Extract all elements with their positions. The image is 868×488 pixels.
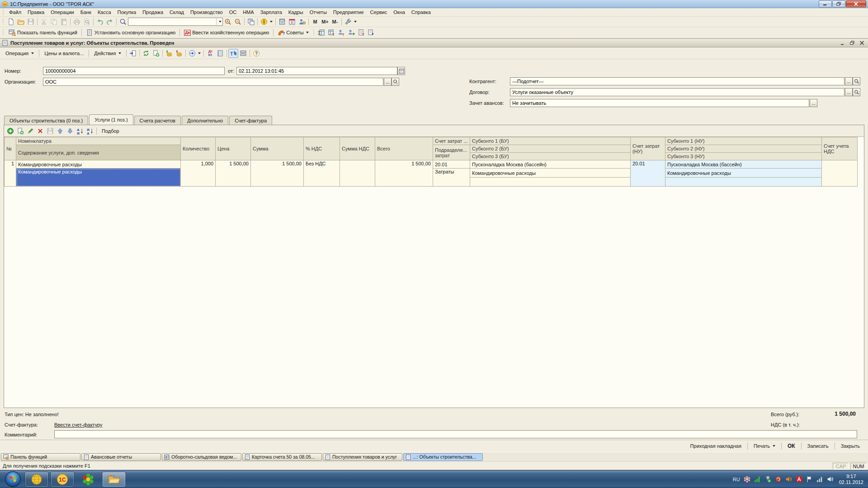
tray-flag-icon[interactable] <box>806 476 813 483</box>
tools-button[interactable] <box>343 17 358 26</box>
contract-open-button[interactable] <box>853 88 860 96</box>
menu-os[interactable]: ОС <box>226 9 240 16</box>
menu-warehouse[interactable]: Склад <box>166 9 187 16</box>
tray-usb-safely-remove-icon[interactable] <box>764 476 771 483</box>
tray-avira-icon[interactable] <box>796 476 802 483</box>
user-exchange-button[interactable] <box>346 28 356 37</box>
dtkt-button[interactable]: ДтКт <box>205 49 215 58</box>
enter-invoice-link[interactable]: Ввести счет-фактуру <box>54 421 103 429</box>
advance-offset-select-button[interactable]: ... <box>810 99 817 107</box>
edit-row-button[interactable] <box>25 127 35 136</box>
tab-settlement-accounts[interactable]: Счета расчетов <box>134 116 181 125</box>
row-total-cell[interactable]: 1 500,00 <box>375 160 433 187</box>
print-button[interactable] <box>72 17 82 26</box>
comment-input[interactable] <box>54 430 857 438</box>
row-cost-account-nu-cell[interactable]: 20.01 <box>631 160 665 187</box>
zoom-in-button[interactable] <box>223 17 233 26</box>
show-function-panel-button[interactable]: Показать панель функций <box>6 28 80 37</box>
user-report-button[interactable]: Т <box>336 28 346 37</box>
new-document-button[interactable] <box>6 17 16 26</box>
restore-button[interactable] <box>832 0 845 7</box>
document-exchange-button[interactable] <box>366 28 376 37</box>
mdi-tab-advance-reports[interactable]: Авансовые отчеты <box>81 453 161 461</box>
contract-input[interactable] <box>510 88 844 96</box>
menu-service[interactable]: Сервис <box>367 9 391 16</box>
set-main-organization-button[interactable]: Установить основную организацию <box>83 28 179 37</box>
menu-salary[interactable]: Зарплата <box>257 9 285 16</box>
tab-additional[interactable]: Дополнительно <box>182 116 228 125</box>
search-input[interactable] <box>128 19 216 24</box>
move-up-button[interactable] <box>55 127 65 136</box>
close-button[interactable] <box>846 0 866 7</box>
row-vat-pct-cell[interactable]: Без НДС <box>304 160 340 187</box>
menu-production[interactable]: Производство <box>187 9 226 16</box>
move-down-button[interactable] <box>65 127 75 136</box>
find-button[interactable] <box>118 17 128 26</box>
undo-button[interactable] <box>95 17 105 26</box>
menu-bank[interactable]: Банк <box>77 9 94 16</box>
taskbar-browser-button[interactable] <box>25 472 48 487</box>
menu-help[interactable]: Справка <box>408 9 434 16</box>
menu-nma[interactable]: НМА <box>240 9 257 16</box>
tab-construction-objects[interactable]: Объекты строительства (0 поз.) <box>4 116 88 125</box>
advance-offset-input[interactable] <box>510 99 809 107</box>
row-vat-account-cell[interactable] <box>822 160 858 187</box>
tray-antivirus-icon[interactable] <box>775 476 782 483</box>
ok-button[interactable]: ОК <box>783 441 800 450</box>
taskbar-explorer-button[interactable] <box>102 472 126 487</box>
pick-button[interactable]: Подбор <box>98 127 123 136</box>
contractor-select-button[interactable]: ... <box>845 77 853 85</box>
organization-open-button[interactable] <box>392 78 399 86</box>
tray-network-icon[interactable] <box>816 476 823 483</box>
close-document-button[interactable]: Закрыть <box>836 442 864 450</box>
menu-enterprise[interactable]: Предприятие <box>330 9 367 16</box>
help-button[interactable]: ? <box>251 49 261 58</box>
contract-select-button[interactable]: ... <box>845 88 853 96</box>
summary-table-button[interactable]: Σ <box>316 28 326 37</box>
menu-file[interactable]: Файл <box>6 9 24 16</box>
copy-button[interactable] <box>49 17 59 26</box>
actions-menu-button[interactable]: Действия <box>90 49 125 58</box>
zoom-out-button[interactable] <box>233 17 243 26</box>
row-nomenclature-cell[interactable]: Командировочные расходы <box>16 160 181 169</box>
memory-recall-button[interactable]: M <box>310 17 320 26</box>
post-document-button[interactable] <box>128 49 138 58</box>
print-preview-button[interactable] <box>82 17 92 26</box>
menu-edit[interactable]: Правка <box>24 9 47 16</box>
tab-services[interactable]: Услуги (1 поз.) <box>89 114 133 125</box>
toolbar-grip[interactable] <box>2 9 5 15</box>
info-button[interactable] <box>259 17 274 26</box>
row-sub2-bu-cell[interactable]: Командировочные расходы <box>470 169 631 178</box>
filter-button[interactable]: Т <box>228 49 238 58</box>
organization-input[interactable] <box>43 78 383 86</box>
row-sum-cell[interactable]: 1 500,00 <box>251 160 304 187</box>
contractor-open-button[interactable] <box>853 77 860 85</box>
expense-money-button[interactable] <box>174 49 184 58</box>
toolbar-grip[interactable] <box>2 29 5 36</box>
row-sub3-nu-cell[interactable] <box>665 178 822 187</box>
row-sub1-bu-cell[interactable]: Пусконаладка Москва (бассейн) <box>470 160 631 169</box>
write-button[interactable]: Записать <box>803 442 833 450</box>
print-menu-button[interactable]: Печать <box>749 442 780 450</box>
structure-button[interactable] <box>238 49 248 58</box>
receipt-note-button[interactable]: Приходная накладная <box>686 442 746 450</box>
tray-volume-icon[interactable] <box>827 476 834 483</box>
tray-signal-green-icon[interactable] <box>754 476 761 483</box>
menu-operations[interactable]: Операции <box>47 9 77 16</box>
copy-row-button[interactable] <box>15 127 25 136</box>
memory-subtract-button[interactable]: M- <box>330 17 340 26</box>
send-button[interactable] <box>187 49 202 58</box>
taskbar-1c-button[interactable]: 1С <box>51 472 74 487</box>
prices-currency-button[interactable]: Цены и валюта... <box>41 49 87 58</box>
date-input[interactable] <box>236 67 397 75</box>
minimize-button[interactable] <box>819 0 832 7</box>
document-report-button[interactable]: Т <box>356 28 366 37</box>
mdi-tab-goods-receipts[interactable]: Поступления товаров и услуг <box>323 453 402 461</box>
menu-sale[interactable]: Продажа <box>139 9 166 16</box>
organization-select-button[interactable]: ... <box>384 78 392 86</box>
mdi-tab-turnover-statement[interactable]: Оборотно-сальдовая ведом... <box>162 453 241 461</box>
row-sub3-bu-cell[interactable] <box>470 178 631 187</box>
mdi-tab-function-panel[interactable]: Панель функций <box>1 453 80 461</box>
calculator-button[interactable] <box>277 17 287 26</box>
operation-menu-button[interactable]: Операция <box>2 49 38 58</box>
